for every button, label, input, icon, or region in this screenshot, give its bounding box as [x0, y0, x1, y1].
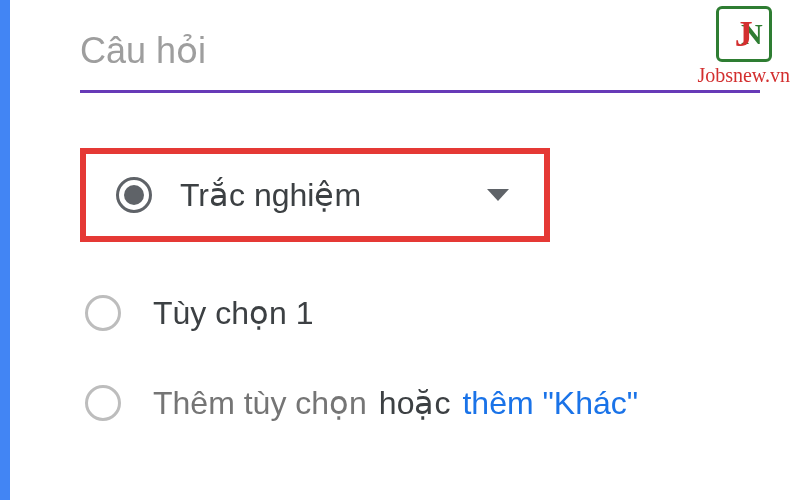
- option-label: Tùy chọn 1: [153, 294, 314, 332]
- form-editor-panel: Trắc nghiệm Tùy chọn 1 Thêm tùy chọn hoặ…: [0, 0, 800, 500]
- watermark-text: Jobsnew.vn: [697, 64, 790, 87]
- question-type-dropdown[interactable]: Trắc nghiệm: [80, 148, 550, 242]
- watermark-icon: J N: [716, 6, 772, 62]
- watermark-logo: J N Jobsnew.vn: [697, 6, 790, 87]
- left-accent-bar: [0, 0, 10, 500]
- add-other-link[interactable]: thêm "Khác": [462, 385, 638, 422]
- radio-empty-icon: [85, 295, 121, 331]
- add-option-button[interactable]: Thêm tùy chọn: [153, 384, 367, 422]
- question-card-content: Trắc nghiệm Tùy chọn 1 Thêm tùy chọn hoặ…: [10, 0, 800, 500]
- question-title-input[interactable]: [80, 0, 760, 93]
- question-type-label: Trắc nghiệm: [180, 176, 467, 214]
- radio-empty-icon: [85, 385, 121, 421]
- add-option-or-text: hoặc: [379, 384, 451, 422]
- chevron-down-icon: [487, 189, 509, 201]
- option-row[interactable]: Tùy chọn 1: [80, 294, 760, 332]
- add-option-row: Thêm tùy chọn hoặc thêm "Khác": [80, 384, 760, 422]
- radio-selected-icon: [116, 177, 152, 213]
